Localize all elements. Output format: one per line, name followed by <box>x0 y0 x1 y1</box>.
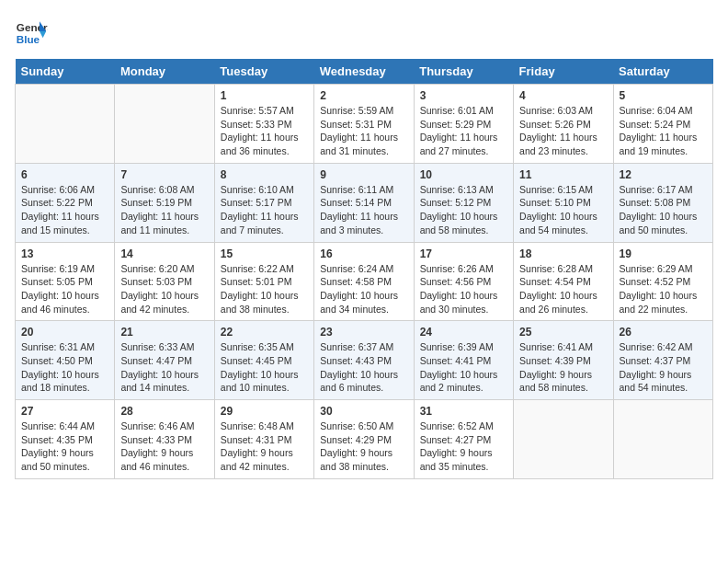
day-info: Sunrise: 6:24 AM Sunset: 4:58 PM Dayligh… <box>320 262 407 316</box>
day-info: Sunrise: 6:04 AM Sunset: 5:24 PM Dayligh… <box>620 104 707 158</box>
day-info: Sunrise: 6:44 AM Sunset: 4:35 PM Dayligh… <box>21 419 108 474</box>
day-cell: 13Sunrise: 6:19 AM Sunset: 5:05 PM Dayli… <box>16 242 115 321</box>
day-number: 7 <box>120 168 208 181</box>
day-info: Sunrise: 6:48 AM Sunset: 4:31 PM Dayligh… <box>221 419 308 474</box>
svg-text:Blue: Blue <box>17 33 40 45</box>
day-cell <box>115 85 214 164</box>
day-cell: 16Sunrise: 6:24 AM Sunset: 4:58 PM Dayli… <box>314 242 414 321</box>
day-cell: 28Sunrise: 6:46 AM Sunset: 4:33 PM Dayli… <box>115 400 214 479</box>
col-header-tuesday: Tuesday <box>214 59 313 85</box>
col-header-monday: Monday <box>115 59 214 85</box>
day-cell: 18Sunrise: 6:28 AM Sunset: 4:54 PM Dayli… <box>514 242 613 321</box>
day-cell: 27Sunrise: 6:44 AM Sunset: 4:35 PM Dayli… <box>16 400 115 479</box>
day-info: Sunrise: 6:35 AM Sunset: 4:45 PM Dayligh… <box>221 340 308 395</box>
day-info: Sunrise: 6:33 AM Sunset: 4:47 PM Dayligh… <box>120 340 208 395</box>
day-cell: 2Sunrise: 5:59 AM Sunset: 5:31 PM Daylig… <box>314 85 414 164</box>
day-number: 27 <box>21 405 108 418</box>
day-info: Sunrise: 5:59 AM Sunset: 5:31 PM Dayligh… <box>320 104 407 158</box>
day-info: Sunrise: 6:03 AM Sunset: 5:26 PM Dayligh… <box>519 104 607 158</box>
day-number: 13 <box>21 247 108 260</box>
day-number: 5 <box>620 89 707 102</box>
day-number: 12 <box>620 168 707 181</box>
day-cell: 29Sunrise: 6:48 AM Sunset: 4:31 PM Dayli… <box>214 400 313 479</box>
day-cell: 21Sunrise: 6:33 AM Sunset: 4:47 PM Dayli… <box>115 321 214 400</box>
day-number: 6 <box>21 168 108 181</box>
day-number: 3 <box>420 89 507 102</box>
col-header-sunday: Sunday <box>16 59 115 85</box>
day-number: 23 <box>320 326 407 339</box>
day-info: Sunrise: 6:17 AM Sunset: 5:08 PM Dayligh… <box>620 183 707 237</box>
day-number: 17 <box>420 247 507 260</box>
day-cell: 8Sunrise: 6:10 AM Sunset: 5:17 PM Daylig… <box>214 163 313 242</box>
day-cell: 17Sunrise: 6:26 AM Sunset: 4:56 PM Dayli… <box>414 242 513 321</box>
week-row-5: 27Sunrise: 6:44 AM Sunset: 4:35 PM Dayli… <box>16 400 713 479</box>
day-cell <box>514 400 613 479</box>
day-info: Sunrise: 6:26 AM Sunset: 4:56 PM Dayligh… <box>420 262 507 316</box>
day-info: Sunrise: 6:39 AM Sunset: 4:41 PM Dayligh… <box>420 340 507 395</box>
col-header-wednesday: Wednesday <box>314 59 414 85</box>
day-info: Sunrise: 6:46 AM Sunset: 4:33 PM Dayligh… <box>120 419 208 474</box>
day-info: Sunrise: 6:06 AM Sunset: 5:22 PM Dayligh… <box>21 183 108 237</box>
week-row-3: 13Sunrise: 6:19 AM Sunset: 5:05 PM Dayli… <box>16 242 713 321</box>
day-cell: 15Sunrise: 6:22 AM Sunset: 5:01 PM Dayli… <box>214 242 313 321</box>
day-number: 29 <box>221 405 308 418</box>
svg-marker-3 <box>40 31 46 38</box>
day-number: 15 <box>221 247 308 260</box>
day-number: 9 <box>320 168 407 181</box>
day-number: 14 <box>120 247 208 260</box>
calendar-table: SundayMondayTuesdayWednesdayThursdayFrid… <box>15 59 713 479</box>
day-number: 16 <box>320 247 407 260</box>
day-cell: 6Sunrise: 6:06 AM Sunset: 5:22 PM Daylig… <box>16 163 115 242</box>
day-cell: 3Sunrise: 6:01 AM Sunset: 5:29 PM Daylig… <box>414 85 513 164</box>
day-number: 4 <box>519 89 607 102</box>
day-info: Sunrise: 6:22 AM Sunset: 5:01 PM Dayligh… <box>221 262 308 316</box>
day-info: Sunrise: 6:50 AM Sunset: 4:29 PM Dayligh… <box>320 419 407 474</box>
day-info: Sunrise: 6:41 AM Sunset: 4:39 PM Dayligh… <box>519 340 607 395</box>
day-number: 19 <box>620 247 707 260</box>
day-cell: 4Sunrise: 6:03 AM Sunset: 5:26 PM Daylig… <box>514 85 613 164</box>
day-info: Sunrise: 6:10 AM Sunset: 5:17 PM Dayligh… <box>221 183 308 237</box>
day-number: 2 <box>320 89 407 102</box>
day-number: 30 <box>320 405 407 418</box>
day-number: 24 <box>420 326 507 339</box>
day-cell: 25Sunrise: 6:41 AM Sunset: 4:39 PM Dayli… <box>514 321 613 400</box>
day-cell <box>16 85 115 164</box>
week-row-4: 20Sunrise: 6:31 AM Sunset: 4:50 PM Dayli… <box>16 321 713 400</box>
day-cell: 23Sunrise: 6:37 AM Sunset: 4:43 PM Dayli… <box>314 321 414 400</box>
week-row-1: 1Sunrise: 5:57 AM Sunset: 5:33 PM Daylig… <box>16 85 713 164</box>
day-info: Sunrise: 6:08 AM Sunset: 5:19 PM Dayligh… <box>120 183 208 237</box>
day-info: Sunrise: 6:42 AM Sunset: 4:37 PM Dayligh… <box>620 340 707 395</box>
day-info: Sunrise: 6:11 AM Sunset: 5:14 PM Dayligh… <box>320 183 407 237</box>
page-header: General Blue <box>15 15 713 48</box>
day-cell: 12Sunrise: 6:17 AM Sunset: 5:08 PM Dayli… <box>613 163 712 242</box>
day-number: 26 <box>620 326 707 339</box>
col-header-saturday: Saturday <box>613 59 712 85</box>
day-cell: 24Sunrise: 6:39 AM Sunset: 4:41 PM Dayli… <box>414 321 513 400</box>
day-number: 18 <box>519 247 607 260</box>
day-info: Sunrise: 6:52 AM Sunset: 4:27 PM Dayligh… <box>420 419 507 474</box>
day-cell <box>613 400 712 479</box>
day-cell: 9Sunrise: 6:11 AM Sunset: 5:14 PM Daylig… <box>314 163 414 242</box>
day-cell: 14Sunrise: 6:20 AM Sunset: 5:03 PM Dayli… <box>115 242 214 321</box>
day-info: Sunrise: 6:28 AM Sunset: 4:54 PM Dayligh… <box>519 262 607 316</box>
day-number: 21 <box>120 326 208 339</box>
day-number: 11 <box>519 168 607 181</box>
day-cell: 5Sunrise: 6:04 AM Sunset: 5:24 PM Daylig… <box>613 85 712 164</box>
day-info: Sunrise: 6:01 AM Sunset: 5:29 PM Dayligh… <box>420 104 507 158</box>
logo-icon: General Blue <box>15 15 48 48</box>
col-header-thursday: Thursday <box>414 59 513 85</box>
day-cell: 22Sunrise: 6:35 AM Sunset: 4:45 PM Dayli… <box>214 321 313 400</box>
day-number: 28 <box>120 405 208 418</box>
day-cell: 19Sunrise: 6:29 AM Sunset: 4:52 PM Dayli… <box>613 242 712 321</box>
day-info: Sunrise: 6:37 AM Sunset: 4:43 PM Dayligh… <box>320 340 407 395</box>
day-number: 1 <box>221 89 308 102</box>
day-info: Sunrise: 5:57 AM Sunset: 5:33 PM Dayligh… <box>221 104 308 158</box>
day-number: 10 <box>420 168 507 181</box>
logo: General Blue <box>15 15 48 48</box>
day-info: Sunrise: 6:29 AM Sunset: 4:52 PM Dayligh… <box>620 262 707 316</box>
header-row: SundayMondayTuesdayWednesdayThursdayFrid… <box>16 59 713 85</box>
day-number: 8 <box>221 168 308 181</box>
day-cell: 10Sunrise: 6:13 AM Sunset: 5:12 PM Dayli… <box>414 163 513 242</box>
col-header-friday: Friday <box>514 59 613 85</box>
day-cell: 30Sunrise: 6:50 AM Sunset: 4:29 PM Dayli… <box>314 400 414 479</box>
